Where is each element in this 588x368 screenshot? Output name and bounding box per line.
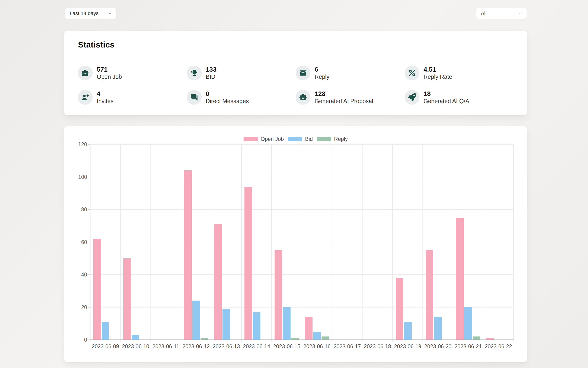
- stat-value: 571: [97, 65, 122, 73]
- bar-open-job: [245, 187, 252, 340]
- gridline-vertical: [332, 144, 333, 341]
- stat-value: 18: [424, 90, 469, 98]
- gridline-vertical: [513, 144, 514, 341]
- x-tick-label: 2023-06-15: [273, 343, 300, 350]
- legend-item-open-job[interactable]: Open Job: [244, 136, 284, 142]
- stat-item: 571Open Job: [78, 65, 187, 80]
- stat-value: 0: [206, 90, 249, 98]
- gridline-vertical: [302, 144, 302, 341]
- chevron-down-icon: [107, 11, 113, 16]
- stat-label: Generated AI Proposal: [315, 98, 373, 105]
- stat-label: Invites: [97, 98, 114, 105]
- legend-item-bid[interactable]: Bid: [288, 136, 313, 142]
- bar-open-job: [396, 278, 403, 340]
- bar-bid: [283, 307, 290, 340]
- statistics-title: Statistics: [78, 40, 114, 49]
- percent-icon: [405, 65, 420, 80]
- date-range-value: Last 14 days: [70, 10, 99, 17]
- stat-label: Reply: [315, 73, 329, 80]
- stat-text: 0Direct Messages: [206, 90, 249, 105]
- legend-swatch: [317, 137, 331, 141]
- gridline-vertical: [90, 144, 90, 341]
- gridline-vertical: [181, 144, 181, 341]
- stat-text: 4Invites: [97, 90, 114, 105]
- legend-swatch: [244, 137, 258, 141]
- chart-card: Open JobBidReply 0204060801001202023-06-…: [64, 126, 527, 362]
- bar-open-job: [456, 218, 464, 340]
- stat-value: 4.51: [424, 65, 452, 73]
- bar-open-job: [275, 250, 282, 340]
- x-tick-label: 2023-06-20: [424, 343, 452, 350]
- bar-bid: [404, 322, 412, 340]
- stat-value: 4: [97, 90, 114, 98]
- stat-value: 133: [206, 65, 217, 73]
- gridline-vertical: [422, 144, 423, 341]
- x-tick-label: 2023-06-16: [303, 343, 331, 350]
- bar-bid: [434, 317, 442, 340]
- statistics-grid: 571Open Job133BID6Reply4.51Reply Rate4In…: [78, 65, 513, 105]
- x-tick-label: 2023-06-11: [152, 343, 179, 350]
- category-dropdown[interactable]: All: [476, 8, 527, 19]
- x-tick-label: 2023-06-12: [182, 343, 210, 350]
- stat-text: 4.51Reply Rate: [424, 65, 452, 80]
- x-tick-label: 2023-06-13: [213, 343, 240, 350]
- bar-open-job: [214, 224, 222, 340]
- stat-item: 128Generated AI Proposal: [296, 90, 405, 105]
- bar-bid: [222, 309, 230, 340]
- y-tick-label: 100: [71, 174, 87, 180]
- stat-item: 18Generated AI Q/A: [405, 90, 514, 105]
- x-tick-label: 2023-06-19: [394, 343, 421, 350]
- y-tick-label: 40: [71, 272, 87, 278]
- stat-item: 6Reply: [296, 65, 405, 80]
- stat-text: 571Open Job: [97, 65, 122, 80]
- gridline-vertical: [453, 144, 453, 341]
- stat-label: Direct Messages: [206, 98, 249, 105]
- x-tick-label: 2023-06-18: [364, 343, 391, 350]
- gridline-vertical: [483, 144, 483, 341]
- stat-value: 6: [315, 65, 329, 73]
- legend-label: Bid: [305, 136, 313, 142]
- briefcase-icon: [78, 65, 93, 80]
- bar-reply: [322, 337, 329, 340]
- y-tick-label: 0: [71, 337, 87, 343]
- x-axis-line: [90, 340, 513, 340]
- stat-label: Generated AI Q/A: [424, 98, 469, 105]
- bar-bid: [253, 312, 260, 340]
- statistics-card: Statistics 571Open Job133BID6Reply4.51Re…: [64, 31, 527, 115]
- chat-icon: [187, 90, 202, 105]
- legend-item-reply[interactable]: Reply: [317, 136, 348, 142]
- gridline-vertical: [271, 144, 272, 341]
- legend-swatch: [288, 137, 302, 141]
- stat-label: BID: [206, 73, 217, 80]
- robot-icon: [296, 90, 310, 105]
- bar-bid: [132, 335, 139, 340]
- y-tick-label: 20: [71, 304, 87, 310]
- gridline-vertical: [150, 144, 151, 341]
- divider: [78, 58, 513, 58]
- stat-item: 0Direct Messages: [187, 90, 296, 105]
- bar-open-job: [305, 317, 313, 340]
- y-tick-label: 80: [71, 206, 87, 213]
- x-tick-label: 2023-06-09: [92, 343, 119, 350]
- gridline-vertical: [392, 144, 393, 341]
- chevron-down-icon: [518, 11, 523, 16]
- stat-label: Open Job: [97, 73, 122, 80]
- date-range-dropdown[interactable]: Last 14 days: [65, 8, 116, 19]
- x-tick-label: 2023-06-21: [454, 343, 482, 350]
- bar-open-job: [426, 250, 433, 340]
- y-tick-label: 60: [71, 239, 87, 245]
- bar-open-job: [123, 258, 131, 340]
- bar-reply: [473, 337, 480, 340]
- bar-bid: [313, 332, 321, 340]
- stat-text: 6Reply: [315, 65, 329, 80]
- bar-bid: [464, 307, 472, 340]
- bar-bid: [192, 301, 200, 340]
- stat-text: 133BID: [206, 65, 217, 80]
- category-value: All: [481, 10, 486, 17]
- stat-text: 18Generated AI Q/A: [424, 90, 469, 105]
- x-tick-label: 2023-06-14: [243, 343, 270, 350]
- gridline-vertical: [120, 144, 121, 341]
- stat-text: 128Generated AI Proposal: [315, 90, 373, 105]
- x-tick-label: 2023-06-17: [333, 343, 361, 350]
- legend-label: Reply: [334, 136, 348, 142]
